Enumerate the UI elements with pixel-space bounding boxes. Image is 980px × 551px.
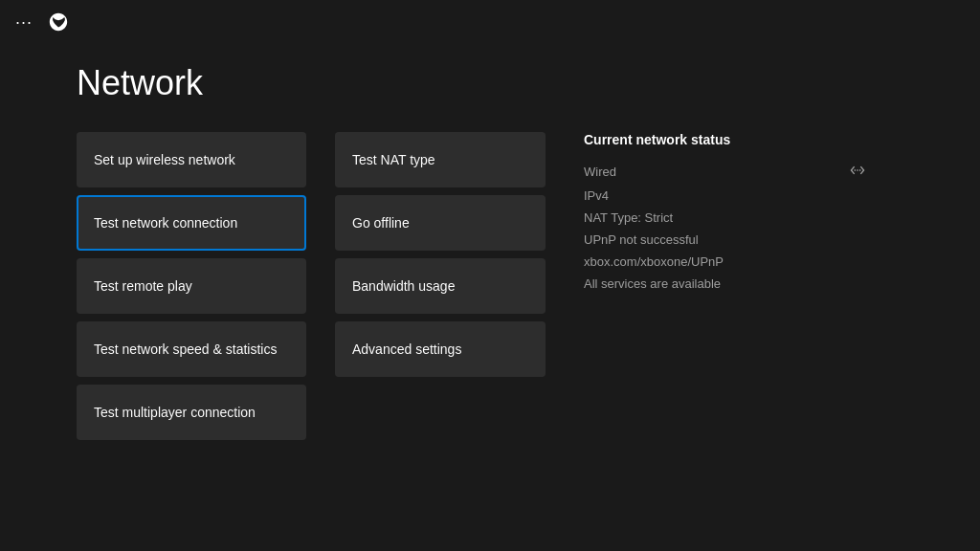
menu-item-test-network-connection[interactable]: Test network connection — [77, 195, 306, 251]
main-content: Network Set up wireless network Test net… — [0, 44, 980, 459]
columns-container: Set up wireless network Test network con… — [77, 132, 903, 440]
xbox-logo-icon — [48, 11, 69, 33]
network-status-title: Current network status — [584, 132, 903, 147]
status-all-services: All services are available — [584, 276, 903, 291]
top-bar: ··· — [0, 0, 980, 44]
menu-item-test-nat[interactable]: Test NAT type — [335, 132, 546, 187]
ethernet-icon — [850, 163, 865, 181]
menu-dots-button[interactable]: ··· — [15, 12, 33, 33]
left-menu: Set up wireless network Test network con… — [77, 132, 306, 440]
menu-item-test-remote-play[interactable]: Test remote play — [77, 258, 306, 314]
middle-menu: Test NAT type Go offline Bandwidth usage… — [335, 132, 546, 440]
page-title: Network — [77, 63, 903, 103]
status-xbox-url: xbox.com/xboxone/UPnP — [584, 254, 903, 269]
status-ipv4: IPv4 — [584, 188, 903, 203]
menu-item-advanced-settings[interactable]: Advanced settings — [335, 321, 546, 377]
network-status-panel: Current network status Wired IPv4 NAT Ty… — [574, 132, 903, 440]
status-wired: Wired — [584, 163, 903, 181]
menu-item-bandwidth-usage[interactable]: Bandwidth usage — [335, 258, 546, 314]
status-nat-type: NAT Type: Strict — [584, 210, 903, 225]
menu-item-test-network-speed[interactable]: Test network speed & statistics — [77, 321, 306, 377]
menu-item-test-multiplayer[interactable]: Test multiplayer connection — [77, 385, 306, 440]
status-upnp: UPnP not successful — [584, 232, 903, 247]
menu-item-setup-wireless[interactable]: Set up wireless network — [77, 132, 306, 187]
menu-item-go-offline[interactable]: Go offline — [335, 195, 546, 251]
